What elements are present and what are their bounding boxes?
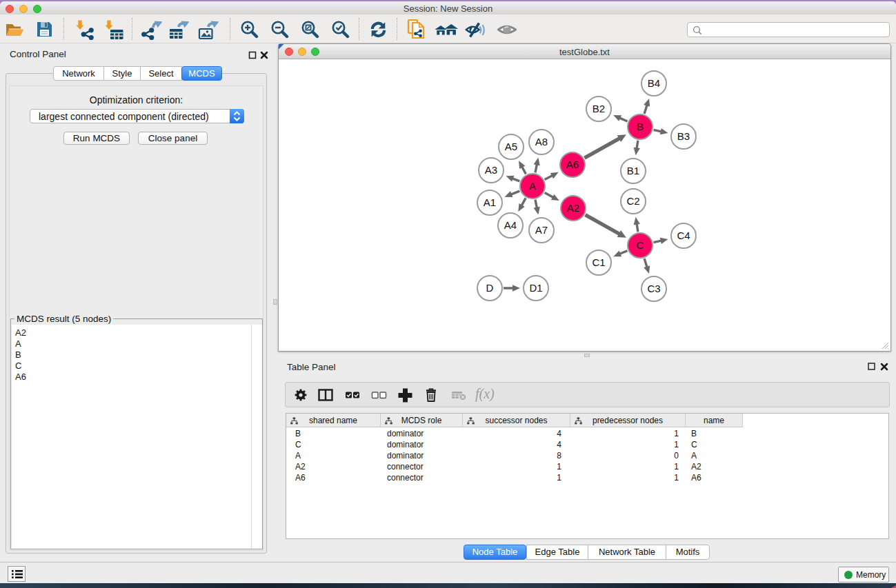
svg-text:A2: A2 [567, 202, 579, 214]
svg-text:A6: A6 [566, 159, 579, 170]
svg-text:A8: A8 [535, 136, 548, 148]
svg-text:C1: C1 [592, 256, 605, 268]
svg-text:C: C [637, 239, 644, 251]
svg-text:B3: B3 [677, 130, 690, 142]
svg-text:B1: B1 [627, 165, 639, 176]
svg-text:C4: C4 [677, 230, 690, 241]
svg-text:B2: B2 [593, 103, 605, 114]
svg-text:A1: A1 [484, 196, 496, 208]
svg-text:C3: C3 [647, 283, 660, 294]
svg-text:A4: A4 [504, 219, 517, 231]
svg-text:B: B [637, 121, 644, 132]
svg-text:A5: A5 [505, 141, 517, 152]
svg-text:A3: A3 [485, 164, 497, 176]
svg-text:B4: B4 [648, 77, 660, 89]
svg-text:A7: A7 [535, 224, 548, 236]
svg-text:A: A [529, 180, 536, 192]
svg-text:D1: D1 [529, 282, 542, 294]
svg-text:C2: C2 [626, 195, 639, 207]
svg-text:D: D [486, 282, 494, 294]
